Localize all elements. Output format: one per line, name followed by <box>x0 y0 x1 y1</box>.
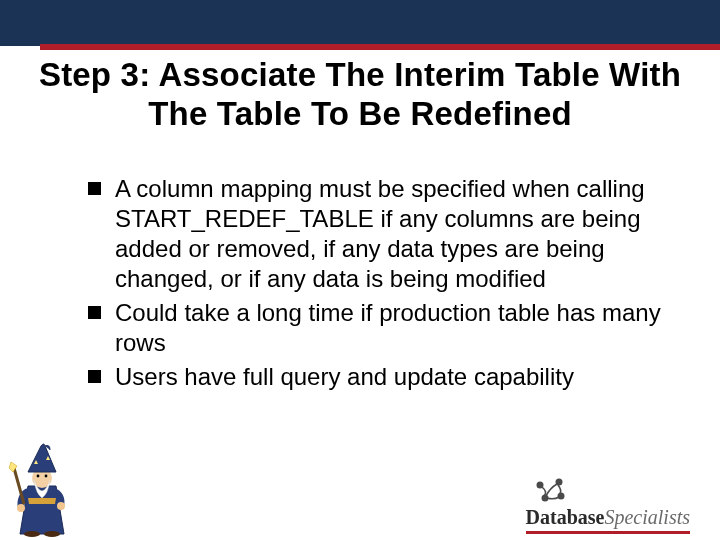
svg-point-3 <box>57 502 65 510</box>
footer-logo: DatabaseSpecialists <box>526 476 690 534</box>
header-band <box>0 0 720 46</box>
bullet-text: Users have full query and update capabil… <box>115 362 684 392</box>
bullet-list: A column mapping must be specified when … <box>88 174 684 396</box>
bullet-item: Users have full query and update capabil… <box>88 362 684 392</box>
bullet-text: A column mapping must be specified when … <box>115 174 684 294</box>
logo-mark-icon <box>532 476 568 504</box>
header-red-line <box>40 44 720 50</box>
logo-text-bold: Database <box>526 506 605 528</box>
svg-point-6 <box>45 475 48 478</box>
logo-wordmark: DatabaseSpecialists <box>526 506 690 529</box>
svg-point-9 <box>24 531 40 537</box>
svg-point-5 <box>37 475 40 478</box>
logo-underline <box>526 531 690 534</box>
bullet-marker-icon <box>88 182 101 195</box>
wizard-icon <box>8 438 88 538</box>
svg-point-10 <box>44 531 60 537</box>
bullet-marker-icon <box>88 306 101 319</box>
bullet-text: Could take a long time if production tab… <box>115 298 684 358</box>
slide-title: Step 3: Associate The Interim Table With… <box>16 56 704 134</box>
bullet-item: A column mapping must be specified when … <box>88 174 684 294</box>
bullet-marker-icon <box>88 370 101 383</box>
bullet-item: Could take a long time if production tab… <box>88 298 684 358</box>
svg-point-2 <box>17 504 25 512</box>
logo-text-light: Specialists <box>604 506 690 528</box>
